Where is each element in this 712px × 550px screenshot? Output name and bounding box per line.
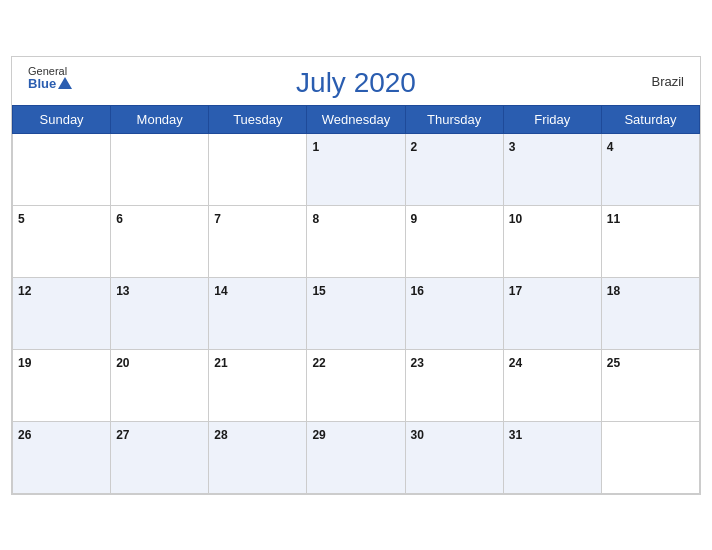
- calendar-day-cell: 23: [405, 349, 503, 421]
- day-number: 4: [607, 140, 614, 154]
- header-friday: Friday: [503, 105, 601, 133]
- day-number: 27: [116, 428, 129, 442]
- calendar-day-cell: [13, 133, 111, 205]
- day-number: 30: [411, 428, 424, 442]
- calendar-day-cell: 24: [503, 349, 601, 421]
- calendar-day-cell: 1: [307, 133, 405, 205]
- calendar-container: General Blue July 2020 Brazil Sunday Mon…: [11, 56, 701, 495]
- header-sunday: Sunday: [13, 105, 111, 133]
- calendar-day-cell: 20: [111, 349, 209, 421]
- calendar-day-cell: 6: [111, 205, 209, 277]
- day-number: 7: [214, 212, 221, 226]
- calendar-day-cell: 21: [209, 349, 307, 421]
- day-number: 3: [509, 140, 516, 154]
- calendar-day-cell: 16: [405, 277, 503, 349]
- day-number: 19: [18, 356, 31, 370]
- day-number: 9: [411, 212, 418, 226]
- calendar-week-row: 262728293031: [13, 421, 700, 493]
- logo-triangle-icon: [58, 77, 72, 89]
- day-number: 10: [509, 212, 522, 226]
- calendar-day-cell: 19: [13, 349, 111, 421]
- calendar-week-row: 567891011: [13, 205, 700, 277]
- day-number: 15: [312, 284, 325, 298]
- header-wednesday: Wednesday: [307, 105, 405, 133]
- header-tuesday: Tuesday: [209, 105, 307, 133]
- logo-blue: Blue: [28, 77, 72, 91]
- day-number: 25: [607, 356, 620, 370]
- day-number: 6: [116, 212, 123, 226]
- calendar-day-cell: 25: [601, 349, 699, 421]
- calendar-day-cell: 26: [13, 421, 111, 493]
- day-number: 31: [509, 428, 522, 442]
- calendar-day-cell: 18: [601, 277, 699, 349]
- day-number: 20: [116, 356, 129, 370]
- country-label: Brazil: [651, 73, 684, 88]
- calendar-week-row: 12131415161718: [13, 277, 700, 349]
- calendar-grid: Sunday Monday Tuesday Wednesday Thursday…: [12, 105, 700, 494]
- calendar-day-cell: 8: [307, 205, 405, 277]
- calendar-day-cell: 9: [405, 205, 503, 277]
- calendar-day-cell: 11: [601, 205, 699, 277]
- day-number: 2: [411, 140, 418, 154]
- calendar-day-cell: 28: [209, 421, 307, 493]
- calendar-day-cell: 17: [503, 277, 601, 349]
- day-number: 5: [18, 212, 25, 226]
- logo-general: General: [28, 65, 67, 77]
- calendar-day-cell: [601, 421, 699, 493]
- calendar-day-cell: 30: [405, 421, 503, 493]
- calendar-day-cell: [111, 133, 209, 205]
- calendar-day-cell: 13: [111, 277, 209, 349]
- calendar-day-cell: 2: [405, 133, 503, 205]
- calendar-week-row: 1234: [13, 133, 700, 205]
- calendar-day-cell: 10: [503, 205, 601, 277]
- day-number: 22: [312, 356, 325, 370]
- logo-area: General Blue: [28, 65, 72, 91]
- day-number: 14: [214, 284, 227, 298]
- calendar-day-cell: 4: [601, 133, 699, 205]
- days-header-row: Sunday Monday Tuesday Wednesday Thursday…: [13, 105, 700, 133]
- calendar-day-cell: 29: [307, 421, 405, 493]
- header-thursday: Thursday: [405, 105, 503, 133]
- day-number: 18: [607, 284, 620, 298]
- day-number: 8: [312, 212, 319, 226]
- day-number: 23: [411, 356, 424, 370]
- calendar-title: July 2020: [296, 67, 416, 99]
- calendar-day-cell: 14: [209, 277, 307, 349]
- day-number: 12: [18, 284, 31, 298]
- calendar-day-cell: [209, 133, 307, 205]
- calendar-day-cell: 3: [503, 133, 601, 205]
- day-number: 13: [116, 284, 129, 298]
- calendar-day-cell: 7: [209, 205, 307, 277]
- calendar-day-cell: 15: [307, 277, 405, 349]
- day-number: 1: [312, 140, 319, 154]
- calendar-day-cell: 22: [307, 349, 405, 421]
- day-number: 24: [509, 356, 522, 370]
- day-number: 21: [214, 356, 227, 370]
- header-monday: Monday: [111, 105, 209, 133]
- calendar-day-cell: 31: [503, 421, 601, 493]
- day-number: 16: [411, 284, 424, 298]
- day-number: 28: [214, 428, 227, 442]
- day-number: 17: [509, 284, 522, 298]
- calendar-week-row: 19202122232425: [13, 349, 700, 421]
- calendar-day-cell: 12: [13, 277, 111, 349]
- day-number: 26: [18, 428, 31, 442]
- day-number: 29: [312, 428, 325, 442]
- header-saturday: Saturday: [601, 105, 699, 133]
- calendar-day-cell: 5: [13, 205, 111, 277]
- calendar-header: General Blue July 2020 Brazil: [12, 57, 700, 105]
- day-number: 11: [607, 212, 620, 226]
- calendar-day-cell: 27: [111, 421, 209, 493]
